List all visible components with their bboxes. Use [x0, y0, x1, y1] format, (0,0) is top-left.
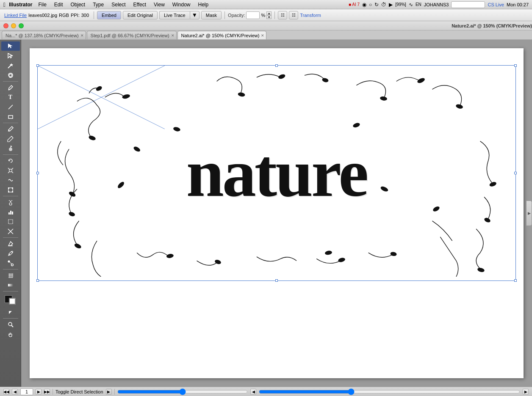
- scroll-left-button[interactable]: ◀: [250, 389, 256, 395]
- menu-effect[interactable]: Effect: [130, 1, 150, 8]
- window-close-button[interactable]: [3, 23, 8, 28]
- cs-live-btn[interactable]: CS Live: [488, 2, 504, 7]
- scroll-right-button[interactable]: ▶: [523, 389, 529, 395]
- slice-tool[interactable]: [1, 227, 20, 236]
- gradient-tool[interactable]: [1, 280, 20, 290]
- paintbrush-tool[interactable]: [1, 124, 20, 134]
- status-dot1: ◉: [362, 2, 366, 8]
- right-panel-collapse[interactable]: ▶: [526, 201, 532, 226]
- canvas-area[interactable]: nature ▶: [21, 40, 532, 387]
- live-trace-group: Live Trace ▼: [159, 11, 200, 19]
- magic-wand-tool[interactable]: [1, 61, 20, 70]
- direct-selection-tool[interactable]: [1, 51, 20, 60]
- opacity-down[interactable]: ▼: [266, 15, 272, 19]
- svg-rect-17: [12, 212, 13, 214]
- tab-step1-close[interactable]: ✕: [171, 33, 175, 38]
- handle-top-left[interactable]: [36, 64, 39, 67]
- stroke-swatch[interactable]: [9, 298, 16, 305]
- edit-original-button[interactable]: Edit Original: [123, 11, 158, 19]
- menu-view[interactable]: View: [150, 1, 168, 8]
- adobe-badge: ■ AI 7: [349, 2, 360, 7]
- line-tool[interactable]: [1, 102, 20, 112]
- transform-link[interactable]: Transform: [300, 13, 321, 18]
- window-zoom-button[interactable]: [19, 23, 24, 28]
- screen-modes-btn[interactable]: ◤: [1, 308, 20, 317]
- nav-last-button[interactable]: ▶▶: [44, 389, 50, 395]
- menu-file[interactable]: File: [35, 1, 50, 8]
- svg-rect-3: [8, 116, 13, 118]
- opacity-input[interactable]: 100: [246, 11, 260, 19]
- menu-window[interactable]: Window: [169, 1, 194, 8]
- handle-mid-left[interactable]: [36, 172, 39, 174]
- eyedropper-tool[interactable]: [1, 249, 20, 258]
- apple-menu-icon[interactable]: : [3, 1, 6, 8]
- menu-help[interactable]: Help: [195, 1, 212, 8]
- live-trace-button[interactable]: Live Trace: [159, 11, 190, 19]
- rotate-tool[interactable]: [1, 156, 20, 165]
- menu-object[interactable]: Object: [67, 1, 89, 8]
- mask-button[interactable]: Mask: [201, 11, 222, 19]
- svg-rect-7: [8, 187, 9, 189]
- svg-point-14: [11, 200, 12, 201]
- tab-step1[interactable]: Step1.pdf @ 66.67% (CMYK/Preview) ✕: [87, 31, 177, 39]
- filename-label: leaves002.jpg: [28, 13, 57, 18]
- menu-select[interactable]: Select: [108, 1, 129, 8]
- zoom-tool[interactable]: [1, 320, 20, 329]
- tab-na[interactable]: Na...* @ 137.18% (CMYK/Preview) ✕: [2, 31, 86, 39]
- opacity-up[interactable]: ▲: [266, 11, 272, 15]
- free-transform-tool[interactable]: [1, 185, 20, 195]
- warp-tool[interactable]: [1, 176, 20, 185]
- handle-bottom-right[interactable]: [514, 279, 517, 282]
- svg-point-59: [432, 205, 440, 212]
- tab-na-close[interactable]: ✕: [80, 33, 84, 38]
- type-tool[interactable]: T: [1, 93, 20, 102]
- nav-prev-button[interactable]: ◀: [12, 389, 18, 395]
- transform-options-button[interactable]: ☷: [289, 11, 298, 19]
- svg-point-43: [417, 77, 426, 84]
- handle-bottom-mid[interactable]: [275, 279, 278, 282]
- svg-point-12: [10, 201, 11, 202]
- blob-brush-tool[interactable]: [1, 144, 20, 153]
- page-number-input[interactable]: [20, 388, 33, 395]
- document-tabs-bar: Na...* @ 137.18% (CMYK/Preview) ✕ Step1.…: [0, 30, 532, 40]
- handle-bottom-left[interactable]: [36, 279, 39, 282]
- blend-tool[interactable]: [1, 258, 20, 268]
- menu-edit[interactable]: Edit: [51, 1, 66, 8]
- lasso-tool[interactable]: [1, 71, 20, 80]
- document-titlebar: Nature2.ai* @ 150% (CMYK/Preview): [0, 21, 532, 30]
- window-minimize-button[interactable]: [11, 23, 16, 28]
- view-options-button[interactable]: ☷: [278, 11, 287, 19]
- tab-nature2-close[interactable]: ✕: [261, 33, 264, 38]
- search-box[interactable]: [451, 1, 485, 8]
- selection-tool[interactable]: [1, 41, 20, 51]
- embed-button[interactable]: Embed: [97, 11, 121, 19]
- separator3: [274, 11, 275, 19]
- kb-icon: EN: [416, 2, 421, 7]
- linked-file-link[interactable]: Linked File: [4, 13, 27, 18]
- column-graph-tool[interactable]: [1, 207, 20, 217]
- eraser-tool[interactable]: [1, 239, 20, 248]
- live-trace-dropdown[interactable]: ▼: [190, 11, 200, 19]
- nav-first-button[interactable]: ◀◀: [3, 389, 9, 395]
- mesh-tool[interactable]: [1, 271, 20, 280]
- zoom-slider[interactable]: [117, 390, 248, 393]
- tab-nature2[interactable]: Nature2.ai* @ 150% (CMYK/Preview) ✕: [177, 31, 267, 39]
- nature-artwork: nature: [42, 69, 511, 277]
- handle-top-mid[interactable]: [275, 64, 278, 67]
- rectangle-tool[interactable]: [1, 112, 20, 121]
- scale-tool[interactable]: [1, 166, 20, 175]
- nav-next-button[interactable]: ▶: [36, 389, 42, 395]
- pen-tool[interactable]: [1, 83, 20, 92]
- toggle-arrow-button[interactable]: ▶: [106, 389, 112, 395]
- hand-tool[interactable]: [1, 330, 20, 339]
- artboard-tool[interactable]: [1, 217, 20, 226]
- menu-type[interactable]: Type: [89, 1, 107, 8]
- profile-menu[interactable]: JOHANNS3: [424, 2, 449, 7]
- pencil-tool[interactable]: [1, 134, 20, 143]
- symbol-sprayer-tool[interactable]: [1, 198, 20, 207]
- handle-top-right[interactable]: [514, 64, 517, 67]
- horizontal-scroll[interactable]: [259, 390, 520, 393]
- handle-mid-right[interactable]: [514, 172, 517, 174]
- svg-rect-16: [10, 211, 11, 214]
- svg-point-44: [455, 104, 463, 109]
